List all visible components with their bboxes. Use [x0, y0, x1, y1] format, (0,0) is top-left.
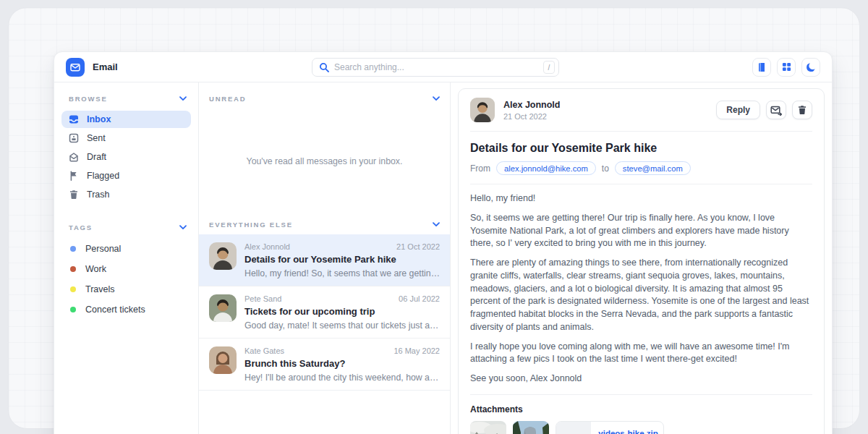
attachments-row: videos-hike.zip 100 MB — [470, 421, 812, 434]
delete-button[interactable] — [792, 101, 812, 119]
tag-dot — [70, 266, 76, 272]
trash-icon — [69, 190, 79, 200]
book-button[interactable] — [752, 58, 771, 77]
email-list-item-pete[interactable]: Pete Sand 06 Jul 2022 Tickets for our up… — [199, 286, 450, 339]
tag-label: Concert tickets — [85, 305, 145, 315]
tag-dot — [70, 307, 76, 312]
body-paragraph: See you soon, Alex Jonnold — [470, 373, 812, 386]
chevron-down-icon[interactable] — [433, 96, 440, 101]
unread-empty-message: You've read all messages in your inbox. — [199, 105, 450, 218]
email-sender: Alex Jonnold — [244, 242, 290, 251]
divider — [470, 394, 812, 395]
body-paragraph: I really hope you love coming along with… — [470, 341, 812, 367]
tag-label: Travels — [85, 284, 115, 294]
sidebar-item-trash[interactable]: Trash — [61, 186, 191, 203]
email-date: 16 May 2022 — [393, 346, 440, 355]
sidebar-item-label: Draft — [87, 152, 106, 162]
email-detail-card: Alex Jonnold 21 Oct 2022 Reply — [458, 88, 825, 434]
detail-date: 21 Oct 2022 — [503, 112, 560, 121]
chevron-down-icon[interactable] — [433, 222, 440, 227]
email-sender: Pete Sand — [244, 294, 281, 303]
search-bar[interactable]: / — [312, 58, 559, 77]
to-email-chip[interactable]: steve@mail.com — [615, 161, 691, 175]
tags-section: TAGS Personal Wo — [60, 221, 192, 320]
tag-item-work[interactable]: Work — [61, 260, 191, 278]
browse-section-header[interactable]: BROWSE — [60, 92, 192, 105]
attachment-photo-valley[interactable] — [470, 421, 506, 434]
sent-icon — [69, 133, 79, 143]
unread-label: UNREAD — [209, 95, 246, 103]
forward-button[interactable] — [766, 101, 786, 119]
avatar — [470, 98, 495, 122]
draft-icon — [69, 152, 79, 162]
email-preview: Hey! I'll be around the city this weeken… — [244, 373, 440, 383]
email-preview: Hello, my friend! So, it seems that we a… — [244, 268, 440, 278]
tag-item-personal[interactable]: Personal — [61, 239, 191, 258]
body-paragraph: There are plenty of amazing things to se… — [470, 257, 812, 334]
tags-label: TAGS — [69, 224, 93, 231]
chevron-down-icon[interactable] — [179, 96, 187, 101]
email-body: Hello, my friend! So, it seems we are ge… — [470, 192, 812, 386]
tag-dot — [70, 286, 76, 292]
email-app-window: Email / — [54, 51, 833, 434]
tag-item-concert-tickets[interactable]: Concert tickets — [61, 300, 191, 319]
email-list-item-kate[interactable]: Kate Gates 16 May 2022 Brunch this Satur… — [199, 339, 450, 391]
file-name[interactable]: videos-hike.zip — [598, 429, 656, 434]
tag-item-travels[interactable]: Travels — [61, 280, 191, 299]
browse-label: BROWSE — [69, 95, 108, 103]
attachment-photo-halfdome[interactable] — [513, 421, 549, 434]
sidebar-item-sent[interactable]: Sent — [61, 129, 191, 147]
from-email-chip[interactable]: alex.jonnold@hike.com — [496, 161, 596, 175]
top-actions — [752, 58, 820, 77]
browse-nav: Inbox Sent — [60, 110, 192, 204]
email-subject: Tickets for our upcoming trip — [244, 306, 440, 317]
search-input[interactable] — [334, 62, 538, 72]
sidebar-item-label: Inbox — [87, 114, 111, 124]
flag-icon — [69, 171, 79, 181]
attachments-label: Attachments — [470, 404, 812, 414]
body-paragraph: So, it seems we are getting there! Our t… — [470, 212, 812, 250]
sidebar-item-inbox[interactable]: Inbox — [61, 111, 191, 128]
mail-forward-icon — [770, 105, 782, 116]
attachment-file-card[interactable]: videos-hike.zip 100 MB — [556, 421, 664, 434]
dark-mode-button[interactable] — [801, 58, 820, 77]
outer-frame: Email / — [8, 7, 860, 429]
email-date: 21 Oct 2022 — [396, 242, 440, 251]
email-preview: Good day, mate! It seems that our ticket… — [244, 320, 440, 331]
top-bar: Email / — [54, 52, 832, 82]
reply-button[interactable]: Reply — [716, 101, 760, 119]
sidebar-item-draft[interactable]: Draft — [61, 148, 191, 166]
everything-else-section-header[interactable]: EVERYTHING ELSE — [199, 218, 450, 231]
email-list-column: UNREAD You've read all messages in your … — [199, 82, 451, 434]
inbox-icon — [69, 114, 79, 124]
tag-dot — [70, 246, 76, 252]
grid-button[interactable] — [777, 58, 796, 77]
detail-sender-name: Alex Jonnold — [503, 100, 560, 110]
email-sender: Kate Gates — [244, 346, 284, 355]
email-date: 06 Jul 2022 — [399, 294, 440, 303]
detail-sender-meta: Alex Jonnold 21 Oct 2022 — [503, 100, 560, 121]
sidebar-item-label: Flagged — [87, 171, 119, 181]
avatar — [209, 242, 237, 270]
avatar — [209, 346, 237, 374]
email-items: Alex Jonnold 21 Oct 2022 Details for our… — [199, 234, 450, 391]
chevron-down-icon[interactable] — [179, 225, 187, 230]
app-title: Email — [93, 61, 118, 72]
sidebar-item-flagged[interactable]: Flagged — [61, 167, 191, 184]
unread-section-header[interactable]: UNREAD — [199, 92, 450, 105]
avatar — [209, 294, 237, 322]
email-meta: Pete Sand 06 Jul 2022 Tickets for our up… — [244, 294, 440, 331]
email-list-item-alex[interactable]: Alex Jonnold 21 Oct 2022 Details for our… — [199, 234, 450, 286]
detail-actions: Reply — [716, 101, 812, 119]
detail-subject: Details for our Yosemite Park hike — [470, 142, 812, 155]
sidebar: BROWSE I — [54, 82, 199, 434]
search-icon — [319, 62, 329, 72]
folder-icon — [556, 422, 591, 434]
app-body: BROWSE I — [54, 82, 832, 434]
screen: Email / — [0, 0, 868, 434]
tags-section-header[interactable]: TAGS — [60, 221, 192, 234]
email-meta: Alex Jonnold 21 Oct 2022 Details for our… — [244, 242, 440, 278]
trash-icon — [797, 105, 807, 115]
search-shortcut-badge: / — [543, 61, 555, 74]
tag-label: Work — [85, 264, 106, 274]
